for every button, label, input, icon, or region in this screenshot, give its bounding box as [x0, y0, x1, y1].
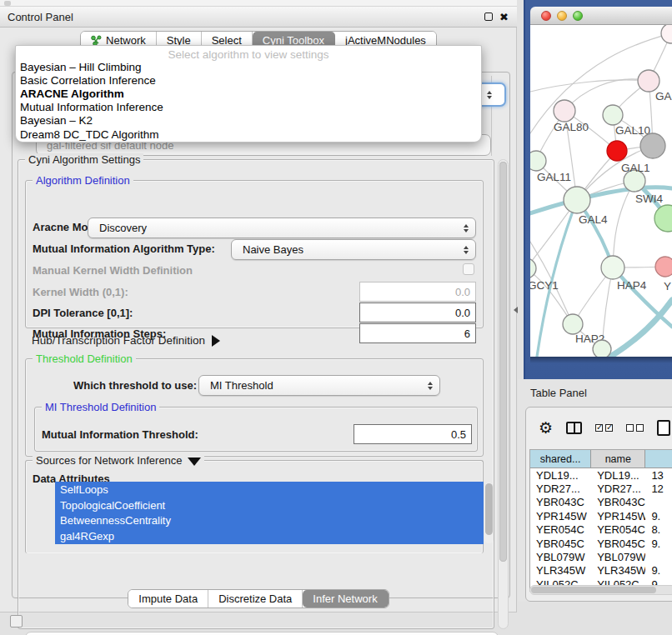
tab-infer-network[interactable]: Infer Network	[303, 590, 388, 608]
attributes-scrollbar-thumb[interactable]	[485, 483, 493, 535]
table-row[interactable]: YBR043CYBR043C	[530, 496, 672, 509]
tab-impute-data[interactable]: Impute Data	[128, 590, 208, 608]
node-gray[interactable]	[640, 133, 665, 158]
settings-horizontal-scrollbar[interactable]	[25, 632, 499, 635]
table-panel-title: Table Panel	[530, 387, 587, 399]
expander-arrow-icon	[212, 335, 220, 347]
mi-steps-field[interactable]: 6	[359, 323, 476, 343]
table-panel: Table Panel ⚙ shared...name YDL19...YDL1…	[518, 379, 672, 602]
algorithm-option[interactable]: Basic Correlation Inference	[16, 73, 481, 87]
network-edge-highlighted[interactable]	[610, 300, 672, 357]
attribute-item[interactable]: BetweennessCentrality	[55, 512, 484, 528]
new-table-icon[interactable]	[657, 420, 670, 436]
top-strip	[0, 0, 517, 7]
node-unlabeled-top[interactable]	[661, 25, 672, 43]
hub-definition-expander[interactable]: Hub/Transcription Factor Definition	[32, 334, 220, 347]
sources-title-expander[interactable]: Sources for Network Inference	[33, 454, 204, 467]
node-salmon[interactable]	[655, 257, 672, 277]
tab-label: Impute Data	[138, 592, 198, 605]
zoom-traffic-light-icon[interactable]	[573, 11, 583, 21]
node-gal4[interactable]	[564, 187, 590, 213]
splitter-collapse-icon[interactable]	[514, 307, 518, 313]
attributes-scrollbar[interactable]	[484, 482, 494, 543]
deselect-all-checks-icon[interactable]	[626, 424, 644, 432]
node-gal80-label: GAL80	[554, 121, 589, 133]
minimize-traffic-light-icon[interactable]	[557, 11, 567, 21]
mi-type-combobox[interactable]: Naive Bayes	[231, 239, 476, 260]
manual-kernel-checkbox[interactable]	[463, 263, 474, 275]
network-edge[interactable]	[564, 79, 649, 111]
kernel-width-label: Kernel Width (0,1):	[33, 286, 128, 298]
algorithm-option[interactable]: Bayesian – K2	[16, 114, 481, 128]
threshold-definition-title: Threshold Definition	[33, 352, 136, 365]
kernel-width-value: 0.0	[455, 286, 470, 298]
table-cell	[645, 550, 672, 563]
table-horizontal-scrollbar[interactable]	[529, 585, 672, 595]
network-window-titlebar[interactable]	[530, 7, 672, 25]
close-traffic-light-icon[interactable]	[541, 11, 551, 21]
table-scrollbar-thumb[interactable]	[531, 587, 656, 593]
which-threshold-label: Which threshold to use:	[73, 379, 197, 392]
table-row[interactable]: YDR27...YDR27...12	[530, 482, 672, 495]
network-canvas[interactable]: GALGAL80GAL10GAL1GAL11SWI4GAL4GCY1HAP4YH…	[530, 25, 672, 357]
table-column-header[interactable]: name	[591, 450, 645, 468]
collapse-arrow-icon	[188, 458, 201, 466]
mi-threshold-value: 0.5	[451, 428, 466, 441]
node-gal11-label: GAL11	[537, 171, 571, 183]
tab-discretize-data[interactable]: Discretize Data	[208, 590, 303, 608]
node-gal10[interactable]	[603, 105, 623, 125]
node-gal11[interactable]	[530, 151, 546, 171]
dpi-tolerance-field[interactable]: 0.0	[359, 302, 476, 322]
attribute-item[interactable]: gal4RGexp	[55, 528, 484, 544]
float-window-icon[interactable]	[484, 12, 493, 21]
table-row[interactable]: YLR345WYLR345W9.	[530, 564, 672, 578]
control-panel: Control Panel ✖ NetworkStyleSelectCyni T…	[0, 0, 517, 612]
table-column-header[interactable]: shared...	[530, 450, 591, 468]
data-attributes-list[interactable]: SelfLoopsTopologicalCoefficientBetweenne…	[55, 482, 484, 544]
node-hap4[interactable]	[601, 256, 624, 279]
table-row[interactable]: YDL19...YDL19...13	[530, 468, 672, 482]
cyni-bottom-tab-bar: Impute DataDiscretize DataInfer Network	[0, 589, 517, 608]
algorithm-option[interactable]: Mutual Information Inference	[16, 101, 481, 114]
kernel-width-field[interactable]: 0.0	[359, 282, 476, 302]
sources-title: Sources for Network Inference	[36, 454, 183, 467]
table-cell: YER054C	[591, 523, 645, 537]
node-hap2[interactable]	[563, 314, 583, 334]
node-swi4[interactable]	[654, 205, 672, 232]
settings-scrollbar-thumb[interactable]	[499, 162, 507, 562]
mi-threshold-field[interactable]: 0.5	[354, 424, 472, 444]
table-cell: 13	[645, 468, 672, 482]
algorithm-option[interactable]: Dream8 DC_TDC Algorithm	[16, 128, 481, 141]
attribute-item[interactable]: TopologicalCoefficient	[55, 498, 484, 513]
table-row[interactable]: YBL079WYBL079W	[530, 550, 672, 563]
node-bottom-green[interactable]	[593, 340, 611, 357]
network-edge[interactable]	[530, 80, 649, 92]
node-red[interactable]	[607, 141, 627, 161]
cyni-algorithm-settings-group: Cyni Algorithm Settings Algorithm Defini…	[18, 159, 494, 629]
minimized-panel-icon[interactable]	[10, 615, 23, 628]
node-gal80[interactable]	[554, 100, 575, 122]
columns-icon[interactable]	[566, 422, 582, 434]
mi-threshold-definition-group: MI Threshold Definition Mutual Informati…	[34, 407, 478, 452]
aracne-mode-combobox[interactable]: Discovery	[88, 218, 476, 238]
table-row[interactable]: YBR045CYBR045C9.	[530, 537, 672, 550]
node-gal1-label: GAL1	[621, 162, 650, 174]
drag-notch	[4, 1, 11, 6]
table-cell: YBR045C	[591, 537, 645, 550]
settings-vertical-scrollbar[interactable]	[498, 159, 509, 629]
table-column-header[interactable]	[645, 450, 672, 468]
algorithm-option[interactable]: ARACNE Algorithm	[16, 87, 481, 100]
algorithm-popup-hint: Select algorithm to view settings	[16, 46, 481, 60]
table-row[interactable]: YPR145WYPR145W9.	[530, 509, 672, 522]
table-row[interactable]: YER054CYER054C8.	[530, 523, 672, 537]
algorithm-option[interactable]: Bayesian – Hill Climbing	[16, 60, 481, 73]
gear-icon[interactable]: ⚙	[539, 418, 553, 437]
mi-threshold-definition-title: MI Threshold Definition	[42, 401, 159, 413]
node-gal-partial[interactable]	[638, 70, 659, 92]
select-all-checks-icon[interactable]	[595, 424, 613, 432]
attribute-item[interactable]: SelfLoops	[55, 482, 484, 498]
network-edge[interactable]	[613, 181, 634, 268]
node-hap4-label: HAP4	[617, 279, 647, 292]
which-threshold-combobox[interactable]: MI Threshold	[198, 375, 440, 396]
close-icon[interactable]: ✖	[499, 12, 509, 22]
